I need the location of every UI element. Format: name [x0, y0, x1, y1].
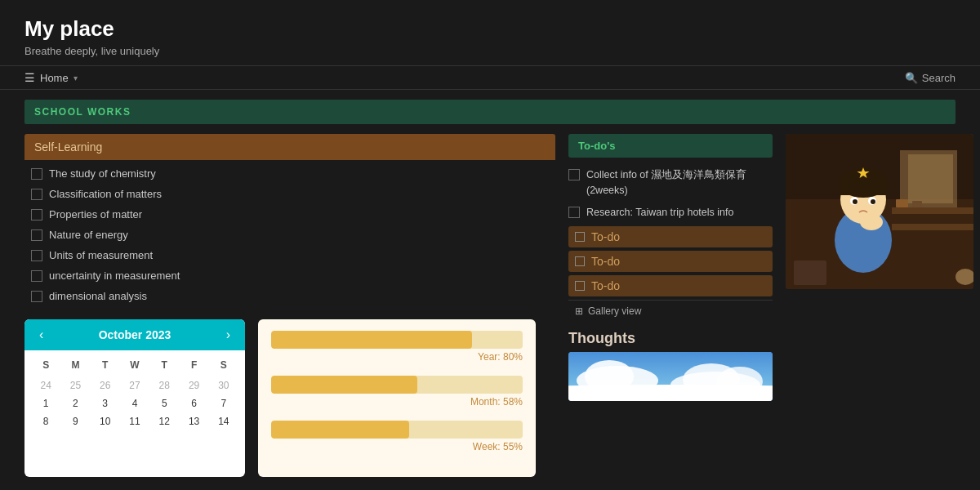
- todo-item[interactable]: Collect info of 濕地及海洋鳥類保育(2weeks): [568, 164, 773, 202]
- svg-rect-12: [896, 199, 908, 207]
- calendar-week: 1 2 3 4 5 6 7: [31, 394, 238, 412]
- gallery-icon: ⊞: [575, 305, 583, 317]
- cal-day[interactable]: 12: [149, 412, 179, 430]
- cal-day[interactable]: 3: [91, 394, 120, 412]
- search-icon: 🔍: [905, 72, 918, 84]
- cal-day[interactable]: 5: [149, 394, 179, 412]
- checkbox[interactable]: [31, 189, 42, 200]
- todo-checkbox[interactable]: [568, 169, 580, 180]
- cal-day[interactable]: 8: [31, 412, 60, 430]
- todo-text: Research: Taiwan trip hotels info: [586, 205, 733, 220]
- todo-bar-checkbox[interactable]: [575, 232, 585, 242]
- list-item[interactable]: Properties of matter: [24, 204, 555, 225]
- checkbox[interactable]: [31, 270, 42, 282]
- list-item[interactable]: Nature of energy: [24, 225, 555, 245]
- svg-rect-24: [794, 261, 826, 285]
- right-column: [786, 134, 973, 477]
- todo-bar-3[interactable]: To-do: [568, 275, 773, 296]
- svg-point-23: [860, 214, 883, 230]
- calendar-month-year: October 2023: [99, 328, 172, 341]
- cal-day[interactable]: 26: [91, 376, 120, 394]
- progress-label-year: Year: 80%: [271, 351, 523, 363]
- home-nav[interactable]: ☰ Home ▾: [24, 71, 78, 84]
- progress-bar-week-bg: [271, 421, 523, 439]
- cal-day[interactable]: 10: [91, 412, 120, 430]
- cal-day[interactable]: 6: [179, 394, 208, 412]
- todo-item[interactable]: Research: Taiwan trip hotels info: [568, 202, 773, 224]
- search-button[interactable]: 🔍 Search: [905, 72, 956, 84]
- todo-bar-2[interactable]: To-do: [568, 251, 773, 272]
- todo-bar-1[interactable]: To-do: [568, 226, 773, 247]
- cal-day[interactable]: 9: [60, 412, 90, 430]
- gallery-view-label: Gallery view: [588, 305, 641, 317]
- svg-point-2: [585, 360, 634, 393]
- todo-bar-checkbox[interactable]: [575, 281, 585, 291]
- calendar-week: 8 9 10 11 12 13 14: [31, 412, 238, 430]
- cal-day[interactable]: 2: [60, 394, 90, 412]
- cal-day[interactable]: 4: [120, 394, 149, 412]
- progress-bar-year-bg: [271, 331, 523, 349]
- gallery-view-button[interactable]: ⊞ Gallery view: [568, 300, 773, 322]
- prev-month-button[interactable]: ‹: [36, 327, 47, 342]
- list-item[interactable]: uncertainty in measurement: [24, 265, 555, 286]
- cal-day[interactable]: 1: [31, 394, 60, 412]
- list-item[interactable]: Classification of matters: [24, 184, 555, 204]
- cal-day[interactable]: 29: [179, 376, 208, 394]
- main-content: SCHOOL WORKS Self-Learning The study of …: [0, 100, 980, 477]
- checkbox[interactable]: [31, 168, 42, 180]
- content-grid: Self-Learning The study of chemistry Cla…: [24, 134, 956, 477]
- svg-point-21: [853, 199, 858, 204]
- menu-icon: ☰: [24, 71, 35, 84]
- todo-checkbox[interactable]: [568, 207, 580, 218]
- todo-bar-label: To-do: [591, 230, 620, 243]
- calendar-grid: S M T W T F S 24 25 26: [24, 350, 245, 437]
- progress-item-month: Month: 58%: [271, 376, 523, 408]
- cal-day[interactable]: 7: [209, 394, 238, 412]
- next-month-button[interactable]: ›: [223, 327, 234, 342]
- checkbox[interactable]: [31, 229, 42, 241]
- site-title: My place: [24, 16, 956, 42]
- self-learning-header[interactable]: Self-Learning: [24, 134, 555, 160]
- cal-day[interactable]: 14: [209, 412, 238, 430]
- progress-item-week: Week: 55%: [271, 421, 523, 452]
- svg-rect-9: [908, 154, 953, 203]
- cal-day[interactable]: 25: [60, 376, 90, 394]
- thoughts-image: [568, 352, 773, 401]
- checklist: The study of chemistry Classification of…: [24, 160, 555, 310]
- todo-bar-checkbox[interactable]: [575, 256, 585, 266]
- todo-bar-label: To-do: [591, 255, 620, 268]
- progress-bar-month-fill: [271, 376, 417, 394]
- checkbox[interactable]: [31, 209, 42, 220]
- calendar-days-header: S M T W T F S: [31, 357, 238, 373]
- thoughts-header: Thoughts: [568, 330, 773, 347]
- cal-day[interactable]: 13: [179, 412, 208, 430]
- cal-day[interactable]: 28: [149, 376, 179, 394]
- left-column: Self-Learning The study of chemistry Cla…: [24, 134, 555, 477]
- calendar-header: ‹ October 2023 ›: [24, 319, 245, 350]
- header: My place Breathe deeply, live uniquely: [0, 0, 980, 65]
- progress-panel: Year: 80% Month: 58% Week: 55%: [258, 319, 536, 477]
- bottom-grid: ‹ October 2023 › S M T W T F S: [24, 319, 555, 477]
- svg-rect-17: [839, 179, 888, 195]
- progress-label-month: Month: 58%: [271, 396, 523, 408]
- cal-day[interactable]: 11: [120, 412, 149, 430]
- checkbox[interactable]: [31, 250, 42, 261]
- progress-bar-month-bg: [271, 376, 523, 394]
- progress-label-week: Week: 55%: [271, 441, 523, 452]
- checkbox[interactable]: [31, 291, 42, 302]
- cal-day[interactable]: 30: [209, 376, 238, 394]
- cal-day[interactable]: 27: [120, 376, 149, 394]
- list-item[interactable]: The study of chemistry: [24, 163, 555, 184]
- svg-point-5: [717, 367, 763, 396]
- svg-point-22: [871, 199, 875, 204]
- progress-bar-year-fill: [271, 331, 472, 349]
- progress-bar-week-fill: [271, 421, 409, 439]
- calendar-week: 24 25 26 27 28 29 30: [31, 376, 238, 394]
- todo-text: Collect info of 濕地及海洋鳥類保育(2weeks): [586, 167, 773, 198]
- todo-header: To-do's: [568, 134, 773, 158]
- nav-bar: ☰ Home ▾ 🔍 Search: [0, 65, 980, 90]
- list-item[interactable]: dimensional analysis: [24, 286, 555, 306]
- cal-day[interactable]: 24: [31, 376, 60, 394]
- list-item[interactable]: Units of measurement: [24, 245, 555, 265]
- svg-rect-13: [912, 201, 922, 207]
